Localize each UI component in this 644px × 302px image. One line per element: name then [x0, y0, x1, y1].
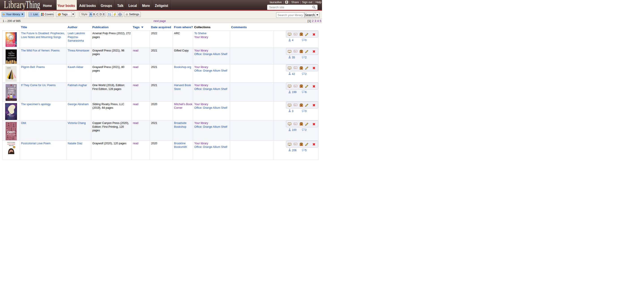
- svg-text:NATALIE DIAZ: NATALIE DIAZ: [9, 145, 14, 146]
- svg-text:FOR US: FOR US: [8, 92, 14, 94]
- svg-text:FUTURE: FUTURE: [6, 42, 13, 43]
- svg-text:LEAH LAKSHMI PIEPZNA-: LEAH LAKSHMI PIEPZNA-: [7, 33, 16, 34]
- svg-text:POEMS BY GEORGE ABRAHAM: POEMS BY GEORGE ABRAHAM: [8, 118, 16, 118]
- svg-text:COME: COME: [8, 90, 14, 92]
- svg-text:POEMS: POEMS: [10, 100, 12, 101]
- svg-text:Thing: Thing: [26, 0, 40, 10]
- svg-text:POEMS: POEMS: [10, 136, 13, 137]
- svg-text:of Yemen: of Yemen: [8, 54, 14, 56]
- svg-text:IF THEY: IF THEY: [8, 88, 14, 90]
- svg-text:SPECIMEN’S: SPECIMEN’S: [8, 115, 14, 116]
- svg-text:KAVEH AKBAR: KAVEH AKBAR: [7, 69, 11, 70]
- svg-text:THE: THE: [10, 114, 12, 115]
- svg-text:PILGRIM BELL: PILGRIM BELL: [7, 67, 11, 68]
- svg-text:THE: THE: [6, 40, 9, 42]
- svg-text:VICTORIA CHANG: VICTORIA CHANG: [7, 134, 16, 135]
- svg-text:ART BY LEILA ABDELRAZAQ: ART BY LEILA ABDELRAZAQ: [8, 118, 15, 119]
- svg-text:THREA ALMONTASER: THREA ALMONTASER: [7, 57, 16, 58]
- svg-text:APOLOGY: APOLOGY: [9, 116, 14, 117]
- svg-text:OBIT: OBIT: [7, 130, 15, 134]
- svg-text:IS DISABLED: IS DISABLED: [6, 43, 16, 44]
- svg-text:Library: Library: [4, 0, 26, 10]
- svg-text:LOVE POEM: LOVE POEM: [7, 143, 15, 144]
- svg-text:POSTCOLONIAL: POSTCOLONIAL: [7, 142, 15, 143]
- svg-text:and Mourning Songs: and Mourning Songs: [6, 46, 13, 46]
- svg-text:P O E M S: P O E M S: [10, 56, 12, 57]
- svg-text:OF THE ACADEMY OF AMERICAN POE: OF THE ACADEMY OF AMERICAN POETS: [8, 59, 16, 60]
- svg-text:FATIMAH ASGHAR: FATIMAH ASGHAR: [6, 99, 16, 100]
